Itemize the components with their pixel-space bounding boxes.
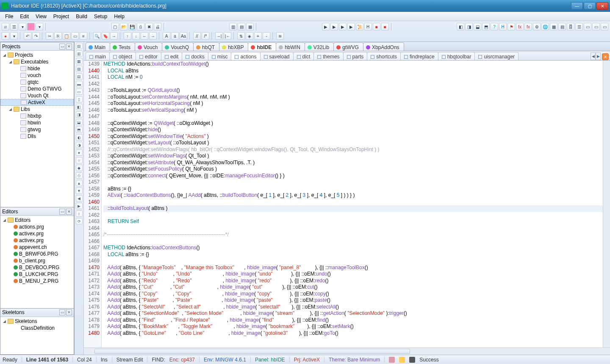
status-theme[interactable]: Theme: Bare Minimum (329, 357, 385, 363)
gutter-btn-19[interactable]: ▼ (76, 188, 83, 194)
tb2-fmt-icon[interactable]: ≋ (276, 32, 284, 40)
menu-build[interactable]: Build (72, 13, 91, 20)
tb2-zoomout-icon[interactable]: - (263, 32, 270, 40)
main-tab-hbqt[interactable]: hbQT (193, 42, 219, 51)
tb-build4-icon[interactable]: ▶ (347, 23, 355, 30)
gutter-btn-4[interactable]: ▤ (76, 73, 83, 80)
tree-item[interactable]: ClassDefinition (0, 325, 74, 331)
gutter-btn-7[interactable]: ▯ (76, 96, 83, 102)
tree-item[interactable]: ◢Projects (0, 52, 74, 58)
tb-color-icon[interactable] (27, 23, 35, 30)
tb2-rec-icon[interactable]: ● (2, 32, 9, 40)
tb-list-icon[interactable]: ☰ (575, 23, 583, 30)
status-env[interactable]: Env: MINGW 4.6.1 (204, 357, 251, 363)
tb-dropdown2-icon[interactable]: ▾ (36, 23, 43, 30)
tb-view-icon[interactable]: ▭ (584, 23, 591, 30)
subtab-nav-prev[interactable]: ◀ (591, 52, 596, 60)
gutter-btn-20[interactable]: ◀ (76, 195, 83, 201)
close-button[interactable]: ✕ (596, 2, 608, 10)
tb2-copy-icon[interactable]: ⎘ (54, 32, 62, 40)
tree-item[interactable]: B_MENU_Z.PRG (0, 278, 74, 284)
projects-dock-header[interactable]: Projects ▭ ✕ (0, 42, 74, 51)
menu-view[interactable]: View (32, 13, 50, 20)
tree-item[interactable]: actions.prg (0, 223, 74, 230)
tb-build2-icon[interactable]: ▶ (330, 23, 338, 30)
status-enc[interactable]: Enc: cp437 (169, 357, 200, 363)
tb2-right-icon[interactable]: → (149, 32, 157, 40)
tree-item[interactable]: ◢Executables (0, 58, 74, 65)
sub-tab-misc[interactable]: misc (208, 52, 232, 60)
tb-env-icon[interactable]: 🌐 (541, 23, 549, 30)
tree-item[interactable]: b_client.prg (0, 257, 74, 264)
tb-red1-icon[interactable]: ⚑ (507, 23, 515, 30)
tree-item[interactable]: Demo GTWVG (0, 85, 74, 92)
gutter-btn-16[interactable]: ◆ (76, 165, 83, 171)
sub-tab-edit[interactable]: edit (161, 52, 182, 60)
tb2-redo-icon[interactable]: ↷ (32, 32, 40, 40)
tb-db-icon[interactable]: 🗄 (567, 23, 574, 30)
main-tab-hbide[interactable]: hbIDE (248, 42, 276, 51)
tb2-cut-icon[interactable]: ✂ (46, 32, 53, 40)
tree-item[interactable]: hbxbp (0, 113, 74, 119)
tb-dock2-icon[interactable]: ◨ (465, 23, 473, 30)
tb2-up-icon[interactable]: ↑ (124, 32, 131, 40)
tree-item[interactable]: B_BRWF06.PRG (0, 251, 74, 257)
tree-item[interactable]: B_LUKCHK.PRG (0, 271, 74, 278)
tb-build-icon[interactable]: ▶ (322, 23, 330, 30)
gutter-btn-12[interactable]: ◐ (76, 134, 83, 141)
gutter-btn-9[interactable]: ◨ (76, 111, 83, 118)
tb-hbletter-icon[interactable]: H (499, 23, 507, 30)
sub-tab-docks[interactable]: docks (182, 52, 208, 60)
code-content[interactable]: METHOD IdeActions:buildContextToolWidget… (102, 61, 603, 347)
tb-print-icon[interactable]: 🖨 (154, 23, 161, 30)
tree-item[interactable]: appevent.ch (0, 244, 74, 251)
tree-item[interactable]: ◢Editors (0, 217, 74, 223)
status-panel[interactable]: Panel: hbIDE (255, 357, 290, 363)
minimize-button[interactable]: — (571, 2, 583, 10)
subtab-close-all[interactable]: ✕ (602, 53, 609, 60)
gutter-btn-5[interactable]: ▬ (76, 81, 83, 87)
tb-open-icon[interactable]: 📂 (120, 23, 128, 30)
projects-tree[interactable]: ◢Projects◢ExecutableshbidevouchgtqtcDemo… (0, 51, 74, 207)
gutter-btn-2[interactable]: ▦ (76, 58, 83, 64)
editors-tree[interactable]: ◢Editorsactions.prgactivex.prgactivex.pr… (0, 216, 74, 308)
main-tab-xbpaddons[interactable]: XbpAddOns (363, 42, 404, 51)
tb2-comment-icon[interactable]: // (193, 32, 201, 40)
gutter-btn-18[interactable]: ▲ (76, 180, 83, 186)
status-term-icon[interactable] (409, 357, 415, 363)
main-tab-vouchq[interactable]: VouchQ (162, 42, 194, 51)
menu-help[interactable]: Help (111, 13, 128, 20)
projects-float-icon[interactable]: ▭ (59, 44, 65, 50)
editors-close-icon[interactable]: ✕ (66, 209, 72, 215)
line-number-gutter[interactable]: 1439144014411442144314441445144614471448… (84, 61, 102, 347)
sub-tab-parts[interactable]: parts (343, 52, 368, 60)
tb2-bookmark-icon[interactable]: 🔖 (102, 32, 109, 40)
tb2-invert-icon[interactable]: Aa (180, 32, 187, 40)
sub-tab-findreplace[interactable]: findreplace (400, 52, 438, 60)
menu-project[interactable]: Project (50, 13, 72, 20)
sub-tab-editor[interactable]: editor (136, 52, 161, 60)
status-log-icon[interactable] (399, 357, 405, 363)
skeletons-tree[interactable]: ◢SkeletonsClassDefinition (0, 317, 74, 354)
menu-file[interactable]: File (2, 13, 17, 20)
main-tab-gtwvg[interactable]: gtWVG (333, 42, 363, 51)
main-tab-v32lib[interactable]: V32Lib (305, 42, 334, 51)
vertical-scrollbar[interactable] (603, 61, 610, 347)
tb-build3-icon[interactable]: ▶ (339, 23, 347, 30)
main-tab-main[interactable]: Main (86, 42, 110, 51)
tb2-selall-icon[interactable]: ▭ (71, 32, 79, 40)
gutter-btn-15[interactable]: ○ (76, 157, 83, 163)
gutter-btn-11[interactable]: ⬒ (76, 127, 83, 133)
editors-dock-header[interactable]: Editors ▭ ✕ (0, 207, 74, 216)
sub-tab-actions[interactable]: actions (231, 52, 260, 60)
tb-panel1-icon[interactable]: ▥ (229, 23, 237, 30)
tb-save-icon[interactable]: 💾 (128, 23, 136, 30)
tb-fx2-icon[interactable]: fx (524, 23, 532, 30)
tree-item[interactable]: vouch (0, 72, 74, 79)
tb-panels-icon[interactable]: ▭ (601, 23, 608, 30)
editors-float-icon[interactable]: ▭ (59, 209, 65, 215)
gutter-btn-23[interactable]: ⟳ (76, 218, 83, 224)
main-tab-hbwin[interactable]: hbWIN (276, 42, 305, 51)
tree-item[interactable]: hbwin (0, 119, 74, 126)
sub-tab-dict[interactable]: dict (293, 52, 314, 60)
